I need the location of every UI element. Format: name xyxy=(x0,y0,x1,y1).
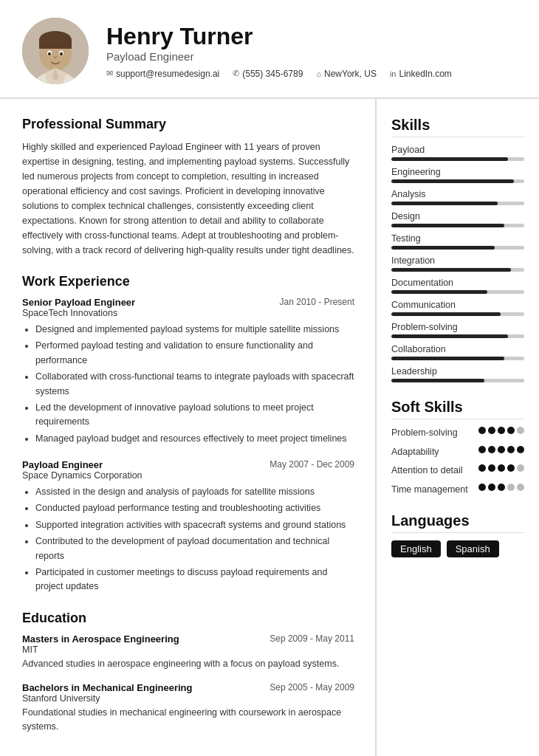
job-bullet: Contributed to the development of payloa… xyxy=(35,535,354,563)
job-title: Senior Payload Engineer xyxy=(22,297,135,308)
edu-description: Foundational studies in mechanical engin… xyxy=(22,706,354,734)
education-section: Education Masters in Aerospace Engineeri… xyxy=(22,611,354,734)
edu-school: Stanford University xyxy=(22,693,354,704)
language-tag: English xyxy=(391,540,441,557)
skill-bar-background xyxy=(391,379,524,382)
skill-item: Communication xyxy=(391,300,524,316)
skill-bar-fill xyxy=(391,357,504,360)
contact-item: ⌂NewYork, US xyxy=(316,69,377,79)
skill-item: Design xyxy=(391,211,524,227)
job-header: Payload Engineer May 2007 - Dec 2009 xyxy=(22,459,354,470)
job-bullet: Performed payload testing and validation… xyxy=(35,339,354,368)
job-bullet: Assisted in the design and analysis of p… xyxy=(35,485,354,499)
contact-text: support@resumedesign.ai xyxy=(116,69,219,79)
skill-dot xyxy=(488,464,495,472)
contact-item: ✉support@resumedesign.ai xyxy=(106,69,219,79)
skill-dot xyxy=(488,446,495,453)
skill-item: Testing xyxy=(391,233,524,250)
skill-name: Leadership xyxy=(391,366,524,377)
skill-dot xyxy=(507,427,515,434)
skill-name: Testing xyxy=(391,233,524,244)
edu-description: Advanced studies in aerospace engineerin… xyxy=(22,657,354,671)
job-bullets: Designed and implemented payload systems… xyxy=(22,323,354,446)
skill-dots xyxy=(478,427,524,434)
contact-icon: ✆ xyxy=(233,69,239,78)
language-tags: EnglishSpanish xyxy=(391,540,524,557)
skill-item: Collaboration xyxy=(391,344,524,360)
skill-dot xyxy=(517,464,524,472)
skill-dot xyxy=(507,484,515,491)
edu-dates: Sep 2005 - May 2009 xyxy=(270,682,354,693)
header-info: Henry Turner Payload Engineer ✉support@r… xyxy=(106,23,517,79)
skill-dot xyxy=(517,484,524,491)
skill-bar-background xyxy=(391,268,524,272)
skill-bar-fill xyxy=(391,268,511,272)
contact-item: inLinkedIn.com xyxy=(390,69,452,79)
job-item: Senior Payload Engineer Jan 2010 - Prese… xyxy=(22,297,354,446)
skill-bar-background xyxy=(391,179,524,183)
right-column: Skills Payload Engineering Analysis Desi… xyxy=(377,99,539,591)
contact-list: ✉support@resumedesign.ai✆(555) 345-6789⌂… xyxy=(106,69,517,79)
skill-dot xyxy=(507,446,515,453)
candidate-name: Henry Turner xyxy=(106,23,517,50)
skill-item: Payload xyxy=(391,145,524,161)
job-item: Payload Engineer May 2007 - Dec 2009 Spa… xyxy=(22,459,354,594)
svg-point-8 xyxy=(48,52,51,55)
contact-icon: ✉ xyxy=(106,69,113,78)
summary-text: Highly skilled and experienced Payload E… xyxy=(22,140,354,258)
skill-item: Problem-solving xyxy=(391,322,524,338)
job-title: Payload Engineer xyxy=(22,459,103,470)
contact-item: ✆(555) 345-6789 xyxy=(233,69,303,79)
candidate-title: Payload Engineer xyxy=(106,50,517,63)
skill-name: Analysis xyxy=(391,189,524,199)
soft-skill-name: Attention to detail xyxy=(391,464,474,478)
avatar xyxy=(22,18,89,84)
jobs-list: Senior Payload Engineer Jan 2010 - Prese… xyxy=(22,297,354,594)
skill-dot xyxy=(488,427,495,434)
soft-skill-name: Time management xyxy=(391,484,474,497)
skill-bar-fill xyxy=(391,379,484,382)
skill-bar-fill xyxy=(391,334,508,338)
edu-header: Bachelors in Mechanical Engineering Sep … xyxy=(22,682,354,693)
skill-dots xyxy=(478,446,524,453)
soft-skill-item: Attention to detail xyxy=(391,464,524,478)
job-bullet: Managed payload budget and resources eff… xyxy=(35,432,354,446)
edu-item: Masters in Aerospace Engineering Sep 200… xyxy=(22,633,354,671)
skill-dot xyxy=(478,446,486,453)
job-bullets: Assisted in the design and analysis of p… xyxy=(22,485,354,594)
skill-dot xyxy=(488,484,495,491)
skill-dot xyxy=(498,484,505,491)
contact-icon: ⌂ xyxy=(316,69,321,78)
main-layout: Professional Summary Highly skilled and … xyxy=(0,99,539,756)
skill-bar-fill xyxy=(391,290,487,294)
education-title: Education xyxy=(22,611,354,626)
skill-bar-fill xyxy=(391,157,508,161)
skill-item: Integration xyxy=(391,255,524,272)
edu-degree: Masters in Aerospace Engineering xyxy=(22,633,179,645)
language-tag: Spanish xyxy=(447,540,499,557)
skill-item: Engineering xyxy=(391,167,524,183)
skill-bar-fill xyxy=(391,179,514,183)
skill-dot xyxy=(517,446,524,453)
skill-name: Integration xyxy=(391,255,524,266)
skill-bar-background xyxy=(391,246,524,250)
skill-bar-fill xyxy=(391,202,498,205)
soft-skill-item: Adaptability xyxy=(391,446,524,459)
summary-title: Professional Summary xyxy=(22,117,354,132)
skills-title: Skills xyxy=(391,117,524,137)
skill-dots xyxy=(478,484,524,491)
skill-item: Leadership xyxy=(391,366,524,382)
soft-skills-section: Soft Skills Problem-solving Adaptability… xyxy=(391,399,524,496)
left-column: Professional Summary Highly skilled and … xyxy=(0,99,377,756)
soft-skill-item: Problem-solving xyxy=(391,427,524,440)
job-company: Space Dynamics Corporation xyxy=(22,470,354,481)
soft-skills-title: Soft Skills xyxy=(391,399,524,419)
edu-degree: Bachelors in Mechanical Engineering xyxy=(22,682,192,693)
soft-skill-name: Adaptability xyxy=(391,446,474,459)
skill-bar-fill xyxy=(391,312,501,316)
skill-bar-background xyxy=(391,202,524,205)
skill-name: Design xyxy=(391,211,524,221)
svg-rect-5 xyxy=(39,40,72,49)
skill-name: Engineering xyxy=(391,167,524,177)
contact-icon: in xyxy=(390,69,396,78)
